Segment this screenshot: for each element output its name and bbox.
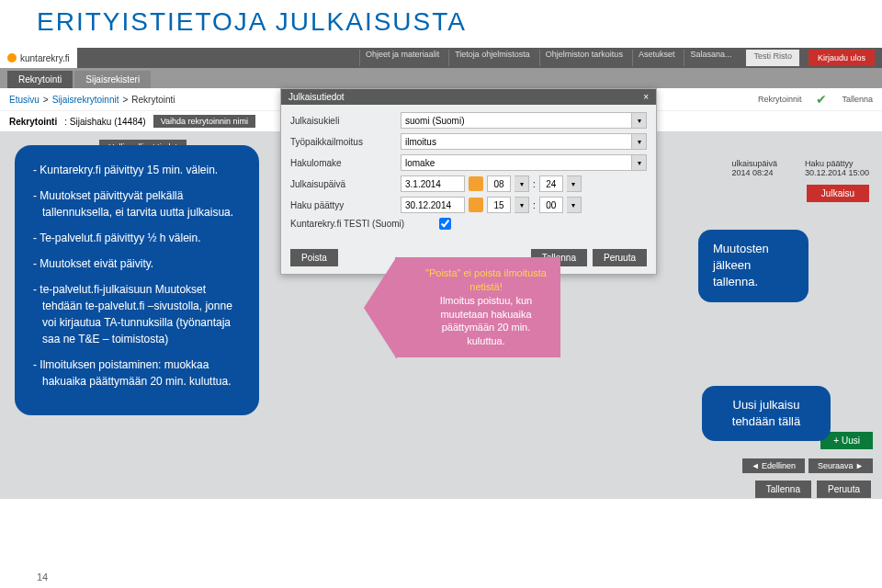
- chevron-down-icon[interactable]: ▾: [632, 154, 647, 171]
- publish-modal: Julkaisutiedot × Julkaisukieli ▾ Työpaik…: [280, 88, 657, 275]
- modal-title: Julkaisutiedot: [288, 92, 345, 102]
- end-date-input[interactable]: [401, 197, 465, 213]
- logo-icon: [7, 53, 17, 62]
- field-label: Kuntarekry.fi TESTI (Suomi): [290, 219, 437, 229]
- field-label: Haku päättyy: [290, 200, 401, 210]
- page-title: ERITYISTIETOJA JULKAISUSTA: [0, 0, 882, 48]
- arrow-text-highlight: "Poista" ei poista ilmoitusta netistä!: [425, 267, 547, 292]
- top-link-password[interactable]: Salasana...: [684, 50, 737, 66]
- publish-info: ulkaisupäivä2014 08:24 Haku päättyy30.12…: [731, 159, 869, 177]
- end-min-input[interactable]: [539, 197, 563, 213]
- top-links: Ohjeet ja materiaalit Tietoja ohjelmisto…: [359, 50, 882, 66]
- test-checkbox[interactable]: [439, 218, 451, 230]
- save-button[interactable]: Tallenna: [755, 481, 811, 498]
- top-link-purpose[interactable]: Ohjelmiston tarkoitus: [539, 50, 628, 66]
- callout-item: Ilmoituksen poistaminen: muokkaa hakuaik…: [33, 356, 241, 390]
- field-label: Julkaisupäivä: [290, 179, 401, 189]
- form-select[interactable]: [401, 154, 632, 171]
- crumb-sep: >: [43, 95, 49, 105]
- top-link-about[interactable]: Tietoja ohjelmistosta: [448, 50, 536, 66]
- callout-item: Kuntarekry.fi päivittyy 15 min. välein.: [33, 162, 241, 178]
- topbar: kuntarekry.fi Ohjeet ja materiaalit Tiet…: [0, 48, 882, 68]
- publish-date-input[interactable]: [401, 175, 465, 192]
- logout-button[interactable]: Kirjaudu ulos: [808, 50, 875, 66]
- publish-min-input[interactable]: [539, 175, 563, 192]
- top-link-settings[interactable]: Asetukset: [632, 50, 681, 66]
- info-value: 30.12.2014 15:00: [805, 168, 869, 177]
- modal-body: Julkaisukieli ▾ Työpaikkailmoitus ▾ Haku…: [281, 105, 656, 242]
- logo-text: kuntarekry.fi: [20, 53, 70, 63]
- crumb-mid[interactable]: Sijaisrekrytoinnit: [52, 95, 119, 105]
- cancel-button[interactable]: Peruuta: [817, 481, 871, 498]
- delete-button[interactable]: Poista: [290, 249, 338, 266]
- subhead-id: : Sijaishaku (14484): [64, 117, 145, 127]
- modal-header: Julkaisutiedot ×: [281, 89, 656, 105]
- tab-sijaisrekisteri[interactable]: Sijaisrekisteri: [74, 71, 151, 88]
- callout-left: Kuntarekry.fi päivittyy 15 min. välein. …: [15, 145, 259, 415]
- chevron-down-icon[interactable]: ▾: [567, 175, 582, 192]
- callout-new: Uusi julkaisu tehdään tällä: [702, 386, 831, 441]
- main-tabs: Rekrytointi Sijaisrekisteri: [0, 68, 882, 88]
- chevron-down-icon[interactable]: ▾: [567, 197, 582, 213]
- link-tallenna[interactable]: Tallenna: [842, 95, 873, 104]
- page-number: 14: [37, 571, 48, 582]
- notice-select[interactable]: [401, 133, 632, 150]
- info-label: ulkaisupäivä: [731, 159, 777, 168]
- callout-item: Te-palvelut.fi päivittyy ½ h välein.: [33, 230, 241, 246]
- crumb-home[interactable]: Etusivu: [9, 95, 40, 105]
- tab-rekrytointi[interactable]: Rekrytointi: [7, 71, 73, 88]
- calendar-icon[interactable]: [469, 198, 483, 212]
- end-hour-input[interactable]: [487, 197, 511, 213]
- cancel-button[interactable]: Peruuta: [593, 249, 647, 266]
- publish-hour-input[interactable]: [487, 175, 511, 192]
- subhead-label: Rekrytointi: [9, 117, 57, 127]
- info-label: Haku päättyy: [805, 159, 869, 168]
- close-icon[interactable]: ×: [643, 92, 649, 102]
- chevron-down-icon[interactable]: ▾: [632, 133, 647, 150]
- arrow-text: Ilmoitus poistuu, kun muutetaan hakuaika…: [440, 295, 532, 347]
- prev-button[interactable]: ◄ Edellinen: [742, 458, 805, 473]
- link-rekrytoinnit[interactable]: Rekrytoinnit: [758, 95, 802, 104]
- next-button[interactable]: Seuraava ►: [808, 458, 873, 473]
- info-value: 2014 08:24: [731, 168, 777, 177]
- top-link-help[interactable]: Ohjeet ja materiaalit: [359, 50, 445, 66]
- arrow-shape: "Poista" ei poista ilmoitusta netistä! I…: [395, 257, 560, 357]
- publish-button[interactable]: Julkaisu: [807, 185, 869, 202]
- chevron-down-icon[interactable]: ▾: [514, 197, 529, 213]
- modal-ext-foot: Tallenna Peruuta: [755, 481, 871, 498]
- chevron-down-icon[interactable]: ▾: [632, 112, 647, 129]
- crumb-current: Rekrytointi: [131, 95, 175, 105]
- crumb-sep: >: [122, 95, 128, 105]
- chevron-down-icon[interactable]: ▾: [514, 175, 529, 192]
- field-label: Työpaikkailmoitus: [290, 137, 401, 147]
- field-label: Hakulomake: [290, 158, 401, 168]
- crumb-actions: Rekrytoinnit ✔ Tallenna: [758, 92, 873, 107]
- user-badge[interactable]: Testi Risto: [746, 50, 799, 66]
- callout-arrow: "Poista" ei poista ilmoitusta netistä! I…: [395, 257, 560, 357]
- callout-item: te-palvelut.fi-julkaisuun Muutokset tehd…: [33, 281, 241, 347]
- callout-save: Muutosten jälkeen tallenna.: [698, 230, 808, 302]
- nav-buttons: ◄ Edellinen Seuraava ►: [742, 458, 873, 473]
- calendar-icon[interactable]: [469, 176, 483, 191]
- callout-item: Muutokset päivittyvät pelkällä tallennuk…: [33, 187, 241, 220]
- callout-item: Muutokset eivät päivity.: [33, 255, 241, 272]
- logo: kuntarekry.fi: [0, 48, 77, 68]
- rename-button[interactable]: Vaihda rekrytoinnin nimi: [153, 115, 255, 128]
- field-label: Julkaisukieli: [290, 116, 401, 126]
- language-select[interactable]: [401, 112, 632, 129]
- check-icon: ✔: [816, 92, 827, 107]
